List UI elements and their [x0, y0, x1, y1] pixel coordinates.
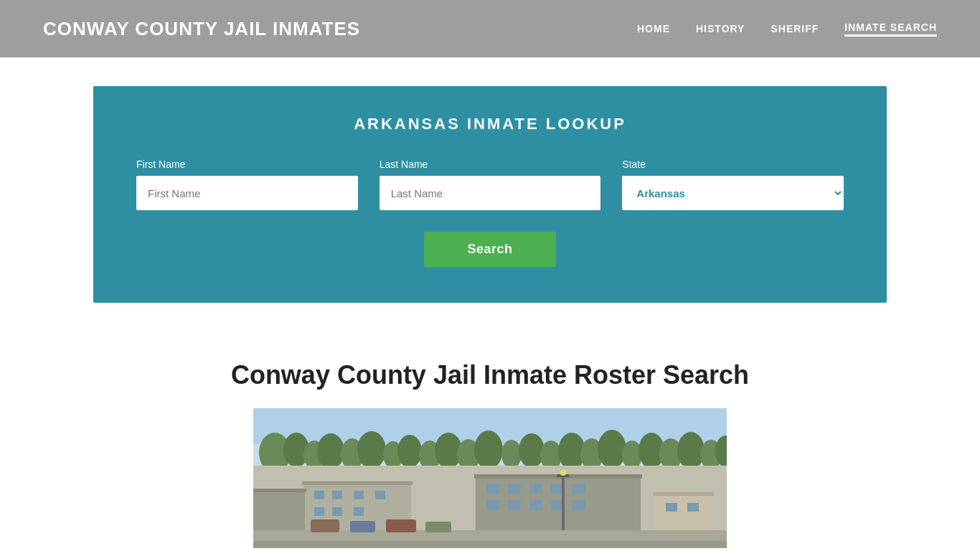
- svg-rect-53: [253, 489, 306, 492]
- svg-point-61: [560, 470, 566, 476]
- nav-sheriff[interactable]: SHERIFF: [771, 23, 819, 34]
- svg-rect-46: [332, 507, 342, 516]
- roster-title: Conway County Jail Inmate Roster Search: [93, 360, 887, 390]
- svg-point-13: [474, 430, 503, 469]
- svg-rect-36: [529, 500, 542, 510]
- svg-rect-31: [529, 484, 542, 494]
- svg-point-19: [598, 430, 626, 468]
- svg-point-9: [397, 435, 422, 468]
- svg-rect-51: [687, 503, 699, 512]
- last-name-group: Last Name: [380, 159, 601, 210]
- nav-inmate-search[interactable]: INMATE SEARCH: [844, 22, 937, 37]
- svg-point-23: [677, 432, 705, 469]
- svg-rect-59: [562, 476, 565, 530]
- svg-rect-52: [253, 491, 305, 534]
- svg-rect-44: [375, 491, 385, 499]
- first-name-label: First Name: [136, 159, 358, 170]
- svg-rect-33: [573, 484, 585, 494]
- jail-image: [253, 408, 727, 548]
- svg-rect-34: [486, 500, 499, 510]
- site-header: CONWAY COUNTY JAIL INMATES HOME HISTORY …: [0, 0, 980, 57]
- svg-point-7: [357, 431, 386, 468]
- svg-rect-35: [508, 500, 521, 510]
- svg-rect-38: [573, 500, 585, 510]
- last-name-input[interactable]: [380, 176, 601, 210]
- svg-rect-56: [350, 521, 375, 532]
- svg-rect-45: [314, 507, 324, 516]
- state-group: State Arkansas: [622, 159, 844, 210]
- search-btn-row: Search: [136, 232, 844, 267]
- nav-history[interactable]: HISTORY: [696, 23, 745, 34]
- state-label: State: [622, 159, 844, 170]
- search-section-title: ARKANSAS INMATE LOOKUP: [136, 115, 844, 133]
- svg-rect-30: [508, 484, 521, 494]
- svg-point-15: [519, 433, 545, 468]
- svg-rect-58: [425, 522, 451, 532]
- svg-rect-43: [354, 491, 364, 499]
- site-title: CONWAY COUNTY JAIL INMATES: [43, 18, 360, 40]
- svg-rect-49: [654, 492, 714, 496]
- jail-svg: [253, 408, 727, 548]
- nav-home[interactable]: HOME: [637, 23, 670, 34]
- last-name-label: Last Name: [380, 159, 601, 170]
- svg-point-14: [501, 440, 522, 468]
- search-section: ARKANSAS INMATE LOOKUP First Name Last N…: [93, 86, 887, 303]
- svg-rect-48: [655, 494, 712, 534]
- search-form-row: First Name Last Name State Arkansas: [136, 159, 844, 210]
- search-button[interactable]: Search: [424, 232, 555, 267]
- svg-rect-29: [486, 484, 499, 494]
- svg-rect-41: [314, 491, 324, 499]
- first-name-group: First Name: [136, 159, 358, 210]
- svg-rect-62: [253, 541, 727, 548]
- svg-rect-42: [332, 491, 342, 499]
- state-select[interactable]: Arkansas: [622, 176, 844, 210]
- content-section: Conway County Jail Inmate Roster Search: [0, 331, 980, 548]
- svg-rect-50: [666, 503, 677, 512]
- first-name-input[interactable]: [136, 176, 358, 210]
- svg-rect-57: [386, 519, 416, 532]
- svg-point-5: [317, 433, 344, 469]
- svg-rect-40: [302, 481, 413, 485]
- svg-rect-47: [354, 507, 364, 516]
- main-nav: HOME HISTORY SHERIFF INMATE SEARCH: [637, 22, 937, 37]
- svg-rect-55: [311, 519, 339, 532]
